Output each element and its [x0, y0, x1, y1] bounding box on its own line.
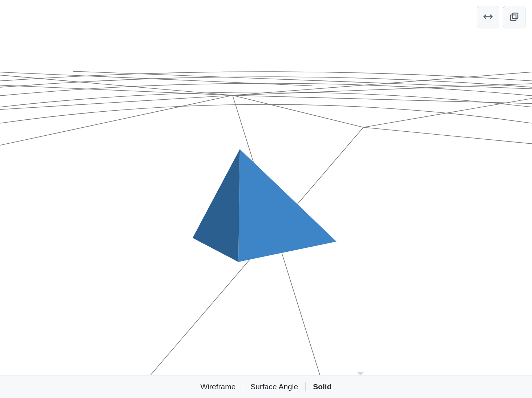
- render-mode-bar: Wireframe Surface Angle Solid: [0, 375, 532, 398]
- svg-line-6: [233, 95, 532, 104]
- svg-rect-18: [512, 13, 518, 19]
- viewport-toolbar: [477, 6, 525, 28]
- svg-line-9: [363, 127, 532, 146]
- svg-line-2: [0, 84, 233, 95]
- svg-marker-15: [238, 149, 336, 262]
- svg-line-8: [363, 95, 532, 127]
- svg-line-7: [233, 95, 363, 127]
- render-mode-surface-angle[interactable]: Surface Angle: [243, 381, 305, 392]
- svg-line-5: [233, 83, 532, 95]
- render-mode-wireframe[interactable]: Wireframe: [193, 381, 243, 392]
- render-mode-pointer-icon: [357, 372, 364, 375]
- render-mode-solid[interactable]: Solid: [306, 381, 339, 392]
- popout-window-icon: [509, 11, 520, 23]
- tetrahedron-model: [193, 149, 336, 262]
- model-viewport[interactable]: [0, 0, 532, 398]
- svg-line-10: [73, 71, 532, 89]
- expand-horizontal-icon: [483, 11, 493, 23]
- expand-horizontal-button[interactable]: [477, 6, 499, 28]
- render-mode-group: Wireframe Surface Angle Solid: [193, 381, 339, 392]
- popout-window-button[interactable]: [503, 6, 525, 28]
- svg-marker-14: [193, 149, 240, 262]
- svg-rect-17: [511, 15, 516, 20]
